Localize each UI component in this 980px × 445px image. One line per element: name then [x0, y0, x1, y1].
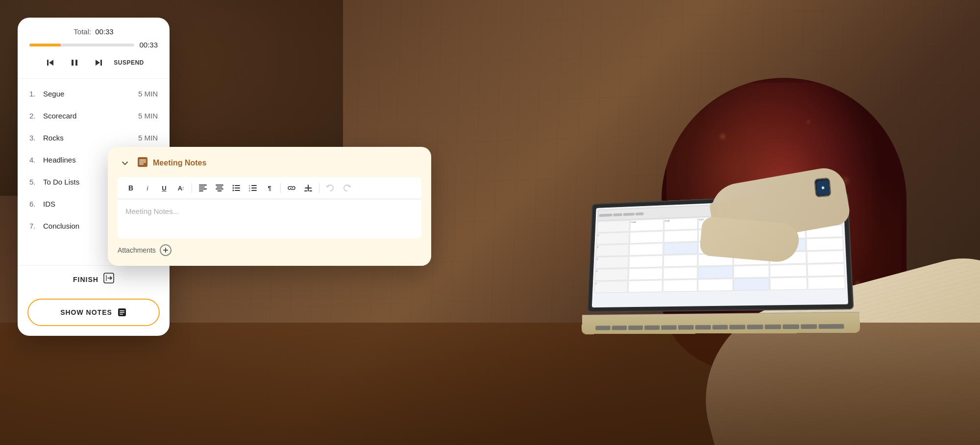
desk-surface [0, 323, 980, 445]
svg-rect-32 [251, 187, 257, 188]
agenda-number-7: 7. [29, 222, 43, 230]
agenda-number-3: 3. [29, 134, 43, 142]
timer-current-value: 00:33 [139, 41, 158, 49]
underline-button[interactable]: U [157, 181, 172, 195]
svg-rect-15 [199, 185, 207, 186]
align-center-button[interactable] [212, 181, 227, 195]
attachments-row: Attachments [118, 244, 421, 256]
next-button[interactable] [90, 55, 106, 70]
finish-icon [103, 273, 114, 286]
notes-collapse-button[interactable] [118, 156, 132, 170]
plus-icon [163, 247, 169, 253]
svg-text:3.: 3. [249, 189, 250, 191]
suspend-button[interactable]: SUSPEND [114, 59, 144, 66]
toolbar-divider-2 [280, 183, 281, 193]
agenda-item-rocks[interactable]: 3. Rocks 5 MIN [18, 127, 170, 149]
toolbar-divider-1 [192, 183, 192, 193]
svg-point-23 [233, 185, 234, 187]
svg-rect-8 [120, 310, 124, 311]
timer-total-row: Total: 00:33 [29, 27, 158, 36]
svg-rect-28 [235, 190, 240, 191]
toolbar-divider-3 [319, 183, 319, 193]
show-notes-label: SHOW NOTES [60, 308, 112, 316]
notes-placeholder: Meeting Notes... [125, 207, 179, 215]
svg-rect-30 [251, 185, 257, 186]
prev-button[interactable] [43, 55, 59, 70]
paragraph-button[interactable]: ¶ [262, 181, 277, 195]
svg-rect-18 [199, 190, 203, 191]
numbered-list-button[interactable]: 1. 2. 3. [245, 181, 260, 195]
finish-row[interactable]: FINISH [18, 265, 170, 293]
svg-rect-26 [235, 187, 240, 188]
svg-rect-14 [139, 164, 144, 164]
svg-point-25 [233, 187, 234, 189]
link-button[interactable] [284, 181, 299, 195]
svg-rect-12 [139, 160, 146, 161]
pause-button[interactable] [67, 55, 82, 70]
progress-bar-fill [29, 44, 61, 47]
bold-button[interactable]: B [123, 181, 138, 195]
agenda-number-6: 6. [29, 200, 43, 208]
align-center-icon [216, 185, 223, 191]
editor-toolbar: B i U A: [118, 177, 421, 199]
chevron-down-icon [121, 159, 129, 167]
svg-rect-10 [120, 314, 123, 315]
svg-rect-2 [72, 60, 74, 66]
agenda-name-segue: Segue [43, 90, 138, 98]
svg-rect-17 [199, 188, 207, 189]
agenda-number-2: 2. [29, 112, 43, 120]
agenda-item-scorecard[interactable]: 2. Scorecard 5 MIN [18, 105, 170, 127]
svg-rect-19 [216, 185, 223, 186]
meeting-notes-icon [137, 157, 148, 170]
svg-rect-24 [235, 185, 240, 186]
finish-label: FINISH [73, 276, 98, 283]
timer-total-value: 00:33 [95, 27, 114, 36]
notes-title: Meeting Notes [153, 159, 206, 167]
svg-marker-5 [96, 60, 100, 66]
redo-icon [343, 185, 351, 191]
svg-rect-22 [218, 190, 222, 191]
svg-marker-1 [49, 60, 53, 66]
svg-rect-36 [308, 185, 309, 191]
italic-button[interactable]: i [140, 181, 155, 195]
notes-header: Meeting Notes [118, 156, 421, 170]
svg-rect-13 [139, 162, 146, 163]
svg-rect-0 [47, 60, 49, 66]
undo-button[interactable] [323, 181, 338, 195]
attachments-label: Attachments [118, 246, 156, 254]
svg-rect-3 [75, 60, 77, 66]
redo-button[interactable] [340, 181, 354, 195]
numbered-list-icon: 1. 2. 3. [249, 185, 257, 191]
svg-rect-9 [120, 312, 124, 313]
svg-rect-21 [216, 188, 223, 189]
agenda-number-5: 5. [29, 178, 43, 186]
svg-rect-40 [163, 250, 168, 251]
timer-section: Total: 00:33 00:33 [18, 18, 170, 79]
font-size-button[interactable]: A: [173, 181, 188, 195]
bullet-list-button[interactable] [229, 181, 244, 195]
agenda-time-rocks: 5 MIN [138, 134, 158, 142]
insert-button[interactable] [301, 181, 316, 195]
agenda-name-scorecard: Scorecard [43, 112, 138, 120]
svg-point-27 [233, 190, 234, 191]
notes-icon [117, 307, 127, 317]
add-attachment-button[interactable] [160, 244, 172, 256]
progress-row: 00:33 [29, 41, 158, 49]
svg-rect-4 [100, 60, 102, 66]
timer-total-label: Total: [74, 27, 91, 36]
svg-rect-16 [199, 187, 205, 187]
bullet-list-icon [232, 185, 240, 191]
agenda-item-segue[interactable]: 1. Segue 5 MIN [18, 83, 170, 105]
agenda-number-4: 4. [29, 156, 43, 164]
svg-rect-34 [251, 190, 257, 191]
notes-panel: Meeting Notes B i U A: [108, 147, 431, 266]
agenda-number-1: 1. [29, 90, 43, 98]
show-notes-button[interactable]: SHOW NOTES [27, 299, 160, 326]
notes-editor[interactable]: Meeting Notes... [118, 199, 421, 238]
link-icon [287, 185, 296, 191]
svg-rect-37 [304, 190, 307, 191]
align-left-button[interactable] [196, 181, 210, 195]
undo-icon [326, 185, 334, 191]
agenda-time-segue: 5 MIN [138, 90, 158, 98]
align-left-icon [199, 185, 207, 191]
